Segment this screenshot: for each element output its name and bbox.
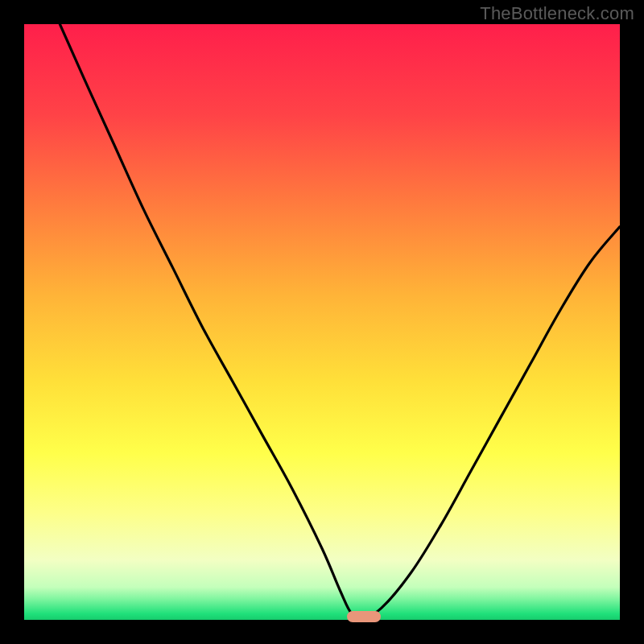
chart-container: TheBottleneck.com: [0, 0, 644, 644]
optimal-marker: [347, 611, 381, 622]
plot-area: [24, 24, 620, 620]
bottleneck-curve: [24, 24, 620, 620]
watermark-label: TheBottleneck.com: [480, 3, 634, 24]
